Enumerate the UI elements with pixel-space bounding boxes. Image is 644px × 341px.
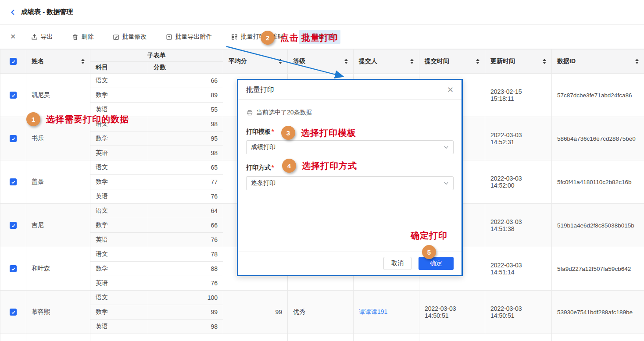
cell-score: 77: [148, 175, 223, 189]
export-button[interactable]: 导出: [27, 30, 57, 44]
check-icon: [11, 266, 16, 271]
cell-name: 凯尼昊: [26, 74, 90, 117]
cell-data-id: 586b4a736c16e7cd28875be0: [552, 117, 644, 160]
confirm-button[interactable]: 确定: [419, 257, 454, 270]
toolbar-button-label: 批量打印二维码: [240, 33, 283, 41]
cell-subject: 数学: [90, 88, 148, 103]
cell-subject: 英语: [90, 320, 148, 334]
cell-subject: 数学: [90, 262, 148, 276]
submitter-link[interactable]: 谭谭谭191: [359, 308, 387, 315]
cell-data-id: 5fc0f41a4180110c2b82c16b: [552, 160, 644, 204]
cell-subject: 英语: [90, 146, 148, 160]
page: 成绩表 - 数据管理 ✕ 导出删除批量修改批量导出附件批量打印二维码批量打印: [0, 0, 644, 341]
print-template-label: 打印模板*: [246, 128, 454, 136]
cell-submit-time: [419, 334, 485, 341]
cell-score: 95: [148, 131, 223, 146]
cell-data-id: [552, 334, 644, 341]
cell-subject: 英语: [90, 189, 148, 204]
cell-name: 和叶森: [26, 247, 90, 291]
cell-data-id: 519b1a4e6d2f8c85038b015b: [552, 204, 644, 247]
sort-icon[interactable]: [476, 59, 479, 64]
cell-subject: 数学: [90, 305, 148, 320]
modal-body: 当前选中了20条数据 打印模板* 成绩打印 打印方式* 逐条打印: [238, 100, 462, 190]
select-all-checkbox[interactable]: [10, 58, 17, 65]
cell-score: 55: [148, 103, 223, 117]
batch-print-modal: 批量打印 ✕ 当前选中了20条数据 打印模板* 成绩打印 打印方: [237, 79, 463, 276]
cell-grade: 优秀: [288, 291, 354, 334]
cell-score: 100: [148, 291, 223, 305]
header-update-time: 更新时间: [485, 50, 552, 74]
header-checkbox-cell: [0, 50, 26, 74]
print-mode-label: 打印方式*: [246, 164, 454, 172]
cell-average: [223, 334, 288, 341]
row-checkbox[interactable]: [10, 309, 17, 316]
row-checkbox[interactable]: [10, 92, 17, 99]
delete-button[interactable]: 删除: [68, 30, 97, 44]
toolbar-button-label: 批量打印: [312, 33, 336, 41]
row-checkbox-cell: [0, 74, 26, 117]
cell-subject: 语文: [90, 247, 148, 262]
batch-edit-button[interactable]: 批量修改: [109, 30, 150, 44]
row-checkbox[interactable]: [10, 135, 17, 142]
row-checkbox-cell: [0, 160, 26, 204]
batch-export-attachment-button[interactable]: 批量导出附件: [162, 30, 216, 44]
back-button[interactable]: [10, 9, 17, 16]
cell-name: 吉尼: [26, 204, 90, 247]
cell-score: 76: [148, 189, 223, 204]
check-icon: [11, 59, 16, 64]
header-grade: 等级: [288, 50, 354, 74]
row-checkbox-cell: [0, 334, 26, 341]
cell-subject: 语文: [90, 74, 148, 88]
edit-icon: [113, 34, 119, 40]
print-mode-select[interactable]: 逐条打印: [246, 176, 454, 190]
row-checkbox-cell: [0, 204, 26, 247]
row-checkbox[interactable]: [10, 265, 17, 272]
header-data-id: 数据ID: [552, 50, 644, 74]
toolbar-button-label: 导出: [40, 33, 53, 41]
sort-icon[interactable]: [344, 59, 348, 64]
cell-score: 89: [148, 88, 223, 103]
cancel-button[interactable]: 取消: [383, 257, 411, 270]
check-icon: [11, 223, 16, 228]
row-checkbox[interactable]: [10, 222, 17, 229]
table-row: 慕容熙语文10099优秀谭谭谭1912022-03-03 14:50:51202…: [0, 291, 644, 305]
check-icon: [11, 136, 16, 141]
modal-title: 批量打印: [246, 85, 274, 95]
cell-subject: 语文: [90, 204, 148, 218]
cell-name: 书乐: [26, 117, 90, 160]
cell-score: 64: [148, 204, 223, 218]
toolbar-close-icon[interactable]: ✕: [10, 33, 16, 40]
row-checkbox[interactable]: [10, 178, 17, 185]
cell-update-time: 2023-02-15 15:18:11: [485, 74, 552, 117]
cell-score: 66: [148, 74, 223, 88]
sort-icon[interactable]: [543, 59, 546, 64]
cell-score: 78: [148, 247, 223, 262]
sort-icon[interactable]: [410, 59, 414, 64]
batch-print-button[interactable]: 批量打印: [299, 30, 340, 44]
cell-score: 76: [148, 233, 223, 247]
cell-subject: 英语: [90, 103, 148, 117]
cell-score: 76: [148, 276, 223, 291]
header-score: 分数: [148, 62, 223, 74]
print-template-select[interactable]: 成绩打印: [246, 140, 454, 154]
cell-submitter: [354, 334, 419, 341]
chevron-down-icon: [444, 181, 449, 186]
sort-icon[interactable]: [635, 59, 639, 64]
cell-data-id: 5fa9d227a12f507fa59cb642: [552, 247, 644, 291]
qrcode-icon: [231, 34, 238, 40]
table-header: 姓名 子表单 平均分 等级 提交人: [0, 50, 644, 74]
cell-subject: 数学: [90, 131, 148, 146]
toolbar-button-label: 批量修改: [122, 33, 147, 41]
check-icon: [11, 310, 16, 315]
page-header: 成绩表 - 数据管理: [0, 0, 644, 25]
header-average: 平均分: [223, 50, 288, 74]
sort-icon[interactable]: [279, 59, 282, 64]
toolbar: ✕ 导出删除批量修改批量导出附件批量打印二维码批量打印: [0, 25, 644, 49]
file-export-icon: [166, 34, 172, 40]
header-subject: 科目: [90, 62, 148, 74]
sort-icon[interactable]: [81, 59, 85, 64]
modal-close-icon[interactable]: ✕: [447, 85, 454, 95]
batch-print-qrcode-button[interactable]: 批量打印二维码: [227, 30, 287, 44]
toolbar-button-label: 批量导出附件: [175, 33, 212, 41]
check-icon: [11, 180, 16, 185]
